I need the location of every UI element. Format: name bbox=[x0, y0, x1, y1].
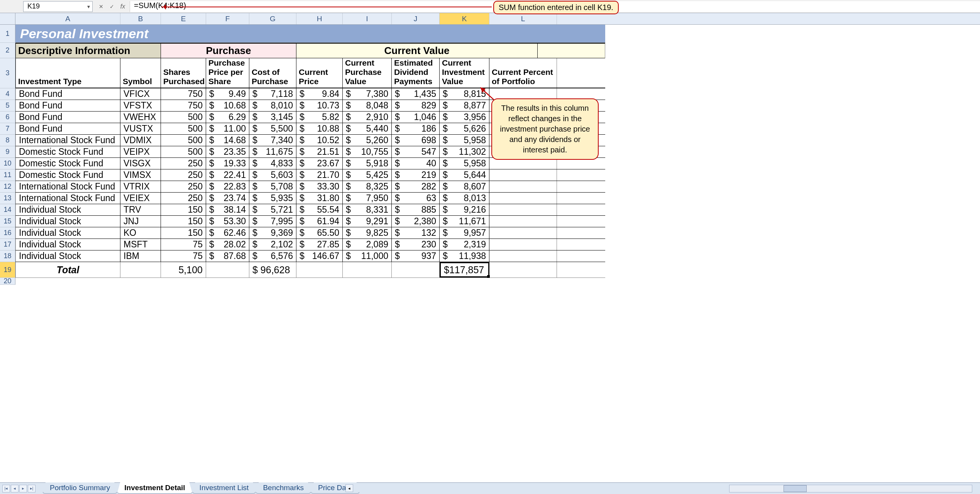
col-header-F[interactable]: F bbox=[206, 13, 249, 24]
total-civ-selected[interactable]: $117,857 bbox=[440, 262, 489, 277]
cell-cp[interactable]: $10.73 bbox=[296, 100, 343, 111]
row-header-17[interactable]: 17 bbox=[0, 239, 15, 250]
cell-civ[interactable]: $8,877 bbox=[440, 100, 489, 111]
cell-shares[interactable]: 250 bbox=[161, 181, 206, 192]
row-header-16[interactable]: 16 bbox=[0, 227, 15, 239]
cell-civ[interactable]: $8,013 bbox=[440, 193, 489, 204]
horizontal-scrollbar[interactable] bbox=[729, 485, 972, 492]
sheet-tab[interactable]: Portfolio Summary bbox=[42, 482, 117, 494]
cell-symbol[interactable]: VFICX bbox=[120, 88, 161, 100]
row-header-11[interactable]: 11 bbox=[0, 169, 15, 181]
cell-shares[interactable]: 500 bbox=[161, 123, 206, 134]
cell-shares[interactable]: 250 bbox=[161, 169, 206, 181]
cell-cpv[interactable]: $5,440 bbox=[343, 123, 392, 134]
cell-cp[interactable]: $55.54 bbox=[296, 204, 343, 215]
cell-cost[interactable]: $5,603 bbox=[249, 169, 296, 181]
cell-type[interactable]: Individual Stock bbox=[15, 227, 120, 239]
cell-pp[interactable]: $28.02 bbox=[206, 239, 249, 250]
cell-cpv[interactable]: $9,291 bbox=[343, 216, 392, 227]
row-header-4[interactable]: 4 bbox=[0, 88, 15, 100]
cell-symbol[interactable]: VIMSX bbox=[120, 169, 161, 181]
row-header-12[interactable]: 12 bbox=[0, 181, 15, 193]
cell-shares[interactable]: 150 bbox=[161, 216, 206, 227]
cell-type[interactable]: Bond Fund bbox=[15, 100, 120, 111]
row-header-2[interactable]: 2 bbox=[0, 43, 15, 58]
cell-pp[interactable]: $87.68 bbox=[206, 250, 249, 262]
cell-cpv[interactable]: $9,825 bbox=[343, 227, 392, 239]
cell-cpv[interactable]: $8,331 bbox=[343, 204, 392, 215]
cell-div[interactable]: $2,380 bbox=[392, 216, 440, 227]
cell-pct[interactable] bbox=[489, 88, 557, 100]
cell-symbol[interactable]: VEIPX bbox=[120, 146, 161, 157]
tab-prev-icon[interactable]: ◂ bbox=[11, 485, 19, 492]
row-header-3[interactable]: 3 bbox=[0, 58, 15, 88]
cell-div[interactable]: $547 bbox=[392, 146, 440, 157]
cell-pp[interactable]: $9.49 bbox=[206, 88, 249, 100]
cell-pct[interactable] bbox=[489, 227, 557, 239]
row-header-13[interactable]: 13 bbox=[0, 193, 15, 204]
cell-pp[interactable]: $62.46 bbox=[206, 227, 249, 239]
sheet-tab[interactable]: Investment List bbox=[192, 482, 256, 494]
cell-shares[interactable]: 75 bbox=[161, 250, 206, 262]
cell-civ[interactable]: $2,319 bbox=[440, 239, 489, 250]
cell-symbol[interactable]: MSFT bbox=[120, 239, 161, 250]
cell-symbol[interactable]: VUSTX bbox=[120, 123, 161, 134]
cell-civ[interactable]: $8,607 bbox=[440, 181, 489, 192]
row-header-20[interactable]: 20 bbox=[0, 278, 15, 285]
cell-cp[interactable]: $23.67 bbox=[296, 158, 343, 169]
sheet-tab[interactable]: Benchmarks bbox=[256, 482, 311, 494]
cell-cost[interactable]: $5,721 bbox=[249, 204, 296, 215]
tab-next-icon[interactable]: ▸ bbox=[19, 485, 27, 492]
cell-civ[interactable]: $9,957 bbox=[440, 227, 489, 239]
cell-civ[interactable]: $3,956 bbox=[440, 112, 489, 123]
cell-div[interactable]: $230 bbox=[392, 239, 440, 250]
cell-symbol[interactable]: VWEHX bbox=[120, 112, 161, 123]
cell-cpv[interactable]: $5,918 bbox=[343, 158, 392, 169]
tab-first-icon[interactable]: |◂ bbox=[2, 485, 10, 492]
cancel-icon[interactable]: ✕ bbox=[97, 3, 105, 10]
cell-civ[interactable]: $5,644 bbox=[440, 169, 489, 181]
cell-type[interactable]: International Stock Fund bbox=[15, 135, 120, 146]
cell-type[interactable]: Individual Stock bbox=[15, 250, 120, 262]
col-header-J[interactable]: J bbox=[392, 13, 440, 24]
col-header-L[interactable]: L bbox=[489, 13, 557, 24]
cell-pp[interactable]: $10.68 bbox=[206, 100, 249, 111]
cell-shares[interactable]: 250 bbox=[161, 193, 206, 204]
cell-type[interactable]: Bond Fund bbox=[15, 123, 120, 134]
cell-cp[interactable]: $61.94 bbox=[296, 216, 343, 227]
cell-symbol[interactable]: VEIEX bbox=[120, 193, 161, 204]
cell-cp[interactable]: $21.51 bbox=[296, 146, 343, 157]
cell-cost[interactable]: $8,010 bbox=[249, 100, 296, 111]
cell-cpv[interactable]: $5,425 bbox=[343, 169, 392, 181]
cell-div[interactable]: $132 bbox=[392, 227, 440, 239]
cell-cpv[interactable]: $7,950 bbox=[343, 193, 392, 204]
cell-pp[interactable]: $38.14 bbox=[206, 204, 249, 215]
cell-cost[interactable]: $7,340 bbox=[249, 135, 296, 146]
cell-pp[interactable]: $22.83 bbox=[206, 181, 249, 192]
cell-shares[interactable]: 250 bbox=[161, 158, 206, 169]
cell-symbol[interactable]: VDMIX bbox=[120, 135, 161, 146]
row-header-6[interactable]: 6 bbox=[0, 112, 15, 123]
cell-cost[interactable]: $3,145 bbox=[249, 112, 296, 123]
cell-civ[interactable]: $11,302 bbox=[440, 146, 489, 157]
col-header-I[interactable]: I bbox=[343, 13, 392, 24]
row-header-1[interactable]: 1 bbox=[0, 25, 15, 43]
cell-cost[interactable]: $2,102 bbox=[249, 239, 296, 250]
cell-cpv[interactable]: $11,000 bbox=[343, 250, 392, 262]
row-header-5[interactable]: 5 bbox=[0, 100, 15, 112]
cell-type[interactable]: Domestic Stock Fund bbox=[15, 146, 120, 157]
cell-symbol[interactable]: IBM bbox=[120, 250, 161, 262]
cell-type[interactable]: Individual Stock bbox=[15, 216, 120, 227]
cell-symbol[interactable]: KO bbox=[120, 227, 161, 239]
cell-div[interactable]: $885 bbox=[392, 204, 440, 215]
cell-symbol[interactable]: TRV bbox=[120, 204, 161, 215]
cell-cost[interactable]: $4,833 bbox=[249, 158, 296, 169]
cell-div[interactable]: $1,046 bbox=[392, 112, 440, 123]
cell-civ[interactable]: $5,958 bbox=[440, 135, 489, 146]
cell-cp[interactable]: $9.84 bbox=[296, 88, 343, 100]
cell-symbol[interactable]: VISGX bbox=[120, 158, 161, 169]
cell-civ[interactable]: $5,626 bbox=[440, 123, 489, 134]
cell-pct[interactable] bbox=[489, 216, 557, 227]
cell-pp[interactable]: $22.41 bbox=[206, 169, 249, 181]
col-header-K[interactable]: K bbox=[440, 13, 489, 24]
